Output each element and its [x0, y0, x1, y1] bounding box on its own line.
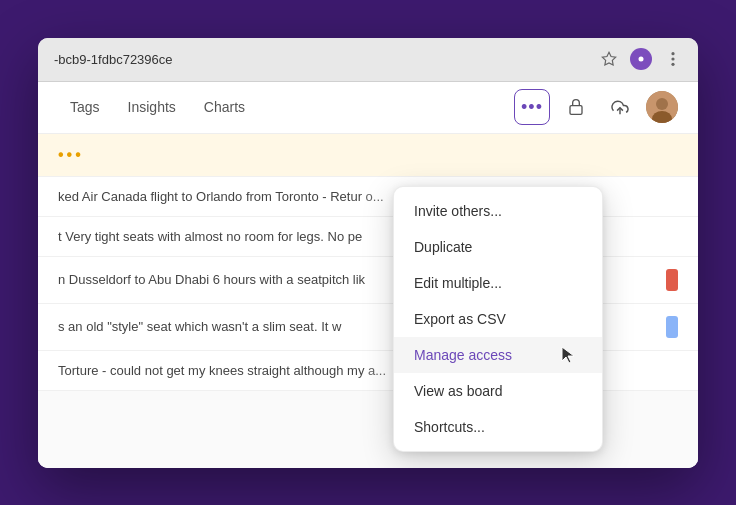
dropdown-item-export-csv[interactable]: Export as CSV: [394, 301, 602, 337]
dropdown-item-label: Duplicate: [414, 239, 472, 255]
tab-title: -bcb9-1fdbc72396ce: [54, 52, 588, 67]
dropdown-item-invite[interactable]: Invite others...: [394, 193, 602, 229]
svg-point-3: [671, 57, 674, 60]
upload-icon: [611, 99, 629, 115]
avatar[interactable]: [646, 91, 678, 123]
toolbar: Tags Insights Charts •••: [38, 82, 698, 134]
more-options-button[interactable]: •••: [514, 89, 550, 125]
svg-rect-5: [570, 106, 582, 115]
toolbar-tabs: Tags Insights Charts: [58, 93, 514, 121]
browser-menu-icon[interactable]: [664, 50, 682, 68]
browser-icons: [600, 48, 682, 70]
lock-button[interactable]: [558, 89, 594, 125]
svg-point-2: [671, 52, 674, 55]
row-text: n Dusseldorf to Abu Dhabi 6 hours with a…: [58, 272, 365, 287]
dropdown-item-label: Invite others...: [414, 203, 502, 219]
dropdown-item-view-board[interactable]: View as board: [394, 373, 602, 409]
extension-icon[interactable]: [630, 48, 652, 70]
toolbar-actions: •••: [514, 89, 678, 125]
row-text: s an old "style" seat which wasn't a sli…: [58, 319, 341, 334]
dropdown-item-label: Export as CSV: [414, 311, 506, 327]
content-area: ••• ked Air Canada flight to Orlando fro…: [38, 134, 698, 468]
avatar-image: [646, 91, 678, 123]
dropdown-item-duplicate[interactable]: Duplicate: [394, 229, 602, 265]
more-options-icon: •••: [521, 97, 543, 118]
svg-point-1: [639, 57, 644, 62]
row-suffix: a...: [368, 363, 386, 378]
tab-tags[interactable]: Tags: [58, 93, 112, 121]
row-text: ked Air Canada flight to Orlando from To…: [58, 189, 362, 204]
row-badge-blue: [666, 316, 678, 338]
dropdown-menu: Invite others... Duplicate Edit multiple…: [393, 186, 603, 452]
row-suffix: o...: [366, 189, 384, 204]
row-dots: •••: [58, 146, 84, 163]
row-badge-red: [666, 269, 678, 291]
svg-marker-0: [602, 52, 615, 65]
dropdown-item-manage-access[interactable]: Manage access: [394, 337, 602, 373]
content-row: •••: [38, 134, 698, 177]
browser-window: -bcb9-1fdbc72396ce: [38, 38, 698, 468]
lock-icon: [568, 98, 584, 116]
dropdown-item-label: Shortcuts...: [414, 419, 485, 435]
svg-point-8: [656, 98, 668, 110]
upload-button[interactable]: [602, 89, 638, 125]
row-text: t Very tight seats with almost no room f…: [58, 229, 362, 244]
app-content: Tags Insights Charts •••: [38, 82, 698, 468]
dropdown-item-label: Edit multiple...: [414, 275, 502, 291]
browser-chrome: -bcb9-1fdbc72396ce: [38, 38, 698, 82]
tab-insights[interactable]: Insights: [116, 93, 188, 121]
row-text: Torture - could not get my knees straigh…: [58, 363, 364, 378]
dropdown-item-label: Manage access: [414, 347, 512, 363]
svg-point-4: [671, 63, 674, 66]
dropdown-item-shortcuts[interactable]: Shortcuts...: [394, 409, 602, 445]
tab-charts[interactable]: Charts: [192, 93, 257, 121]
star-icon[interactable]: [600, 50, 618, 68]
dropdown-item-edit-multiple[interactable]: Edit multiple...: [394, 265, 602, 301]
dropdown-item-label: View as board: [414, 383, 502, 399]
